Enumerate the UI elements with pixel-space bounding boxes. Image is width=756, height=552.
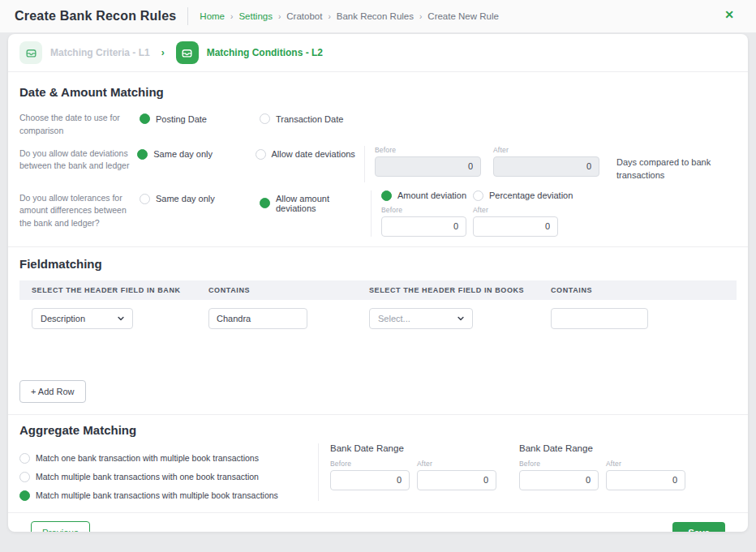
question-label: Do you allow date deviations between the…	[19, 146, 137, 173]
radio-transaction-date[interactable]: Transaction Date	[260, 110, 371, 124]
radio-label: Transaction Date	[276, 114, 343, 124]
question-label: Do you allow tolerances for amount diffe…	[19, 190, 140, 230]
radio-label: Same day only	[156, 194, 215, 203]
breadcrumb-cratobot[interactable]: Cratobot	[286, 11, 322, 21]
aggregate-matching-body: Match one bank transaction with multiple…	[19, 443, 737, 501]
radio-amount-deviation[interactable]: Amount deviation	[381, 190, 466, 201]
step-matching-criteria-l1[interactable]: Matching Criteria - L1	[19, 41, 150, 64]
amount-tolerance-after-input[interactable]	[473, 216, 558, 237]
section-divider	[8, 246, 748, 247]
bank-date-range-2: Bank Date Range Before After	[519, 443, 685, 501]
radio-same-day-only-amount[interactable]: Same day only	[140, 190, 260, 204]
date-deviation-before-input[interactable]	[375, 156, 481, 177]
fieldmatching-row: Description Select...	[19, 300, 737, 338]
after-label: After	[473, 206, 558, 214]
radio-multiple-bank-one-book[interactable]: Match multiple bank transactions with on…	[19, 472, 318, 482]
range1-after-input[interactable]	[417, 470, 496, 490]
breadcrumb-home[interactable]: Home	[200, 11, 225, 21]
save-button[interactable]: Save	[672, 522, 725, 533]
amount-tolerance-panel: Amount deviation Percentage deviation Be…	[371, 190, 737, 237]
aggregate-options: Match one bank transaction with multiple…	[19, 443, 318, 501]
after-label: After	[417, 460, 496, 468]
radio-percentage-deviation[interactable]: Percentage deviation	[473, 190, 573, 201]
range2-after-input[interactable]	[606, 470, 685, 490]
after-label: After	[493, 146, 599, 154]
radio-label: Allow date deviations	[272, 149, 355, 159]
books-contains-input[interactable]	[551, 308, 648, 329]
section-divider	[8, 414, 748, 415]
question-label: Choose the date to use for comparison	[19, 110, 140, 138]
radio-one-bank-multiple-books[interactable]: Match one bank transaction with multiple…	[19, 453, 318, 464]
radio-unselected-icon	[256, 149, 266, 160]
radio-label: Allow amount deviations	[276, 194, 371, 213]
days-compared-note: Days compared to bank transactions	[616, 146, 737, 182]
add-row-button[interactable]: + Add Row	[19, 380, 86, 403]
bank-field-select[interactable]: Description	[32, 308, 133, 329]
before-label: Before	[375, 146, 481, 154]
radio-selected-icon	[140, 113, 150, 124]
top-bar: Create Bank Recon Rules Home › Settings …	[0, 0, 756, 32]
radio-unselected-icon	[260, 113, 270, 124]
before-label: Before	[519, 460, 599, 468]
radio-label: Posting Date	[156, 114, 207, 124]
page-title: Create Bank Recon Rules	[15, 9, 176, 24]
date-deviation-after-input[interactable]	[493, 156, 599, 177]
radio-allow-amount-deviations[interactable]: Allow amount deviations	[260, 190, 371, 213]
radio-label: Percentage deviation	[489, 190, 573, 200]
range2-before-input[interactable]	[519, 470, 599, 490]
bank-date-ranges: Bank Date Range Before After Bank Date R	[318, 443, 737, 501]
after-field-group: After	[417, 460, 496, 490]
breadcrumb-create-new-rule: Create New Rule	[427, 11, 499, 21]
step-label: Matching Conditions - L2	[207, 47, 323, 58]
breadcrumb-settings[interactable]: Settings	[238, 11, 273, 21]
column-header-bank-field: SELECT THE HEADER FIELD IN BANK	[19, 286, 196, 294]
radio-label: Match multiple bank transactions with on…	[36, 472, 259, 481]
selected-value: Description	[41, 314, 85, 323]
bank-contains-input[interactable]	[208, 308, 307, 329]
close-icon[interactable]: ✕	[724, 9, 734, 20]
range-title: Bank Date Range	[330, 443, 496, 453]
chevron-right-icon: ›	[419, 12, 422, 21]
radio-same-day-only[interactable]: Same day only	[137, 146, 255, 160]
breadcrumb-bank-recon-rules[interactable]: Bank Recon Rules	[337, 11, 414, 21]
amount-tolerance-before-input[interactable]	[381, 216, 466, 237]
chevron-right-icon: ›	[161, 47, 165, 58]
section-title-fieldmatching: Fieldmatching	[19, 257, 737, 271]
radio-selected-icon	[137, 149, 148, 160]
radio-allow-date-deviations[interactable]: Allow date deviations	[256, 146, 364, 160]
chevron-right-icon: ›	[230, 12, 233, 21]
before-label: Before	[381, 206, 466, 214]
before-field-group: Before	[375, 146, 481, 182]
column-header-books-field: SELECT THE HEADER FIELD IN BOOKS	[357, 286, 539, 294]
radio-label: Match one bank transaction with multiple…	[36, 453, 259, 463]
column-header-contains-bank: CONTAINS	[196, 286, 357, 294]
question-date-deviation: Do you allow date deviations between the…	[19, 146, 737, 182]
chevron-down-icon	[457, 315, 465, 323]
step-label: Matching Criteria - L1	[50, 47, 150, 58]
books-field-select[interactable]: Select...	[369, 308, 473, 329]
step-matching-conditions-l2[interactable]: Matching Conditions - L2	[176, 41, 323, 64]
radio-unselected-icon	[140, 194, 150, 204]
question-date-choice: Choose the date to use for comparison Po…	[19, 110, 737, 138]
range-title: Bank Date Range	[519, 443, 685, 453]
date-deviation-panel: Before After Days compared to bank trans…	[364, 146, 737, 182]
section-title-date-amount-matching: Date & Amount Matching	[19, 85, 737, 99]
breadcrumb: Home › Settings › Cratobot › Bank Recon …	[200, 11, 499, 21]
chevron-right-icon: ›	[328, 12, 330, 21]
before-field-group: Before	[381, 206, 466, 237]
previous-button[interactable]: Previous	[31, 521, 90, 533]
form-content: Date & Amount Matching Choose the date t…	[8, 72, 748, 532]
radio-unselected-icon	[19, 453, 30, 464]
wallet-icon	[19, 41, 42, 64]
radio-multiple-bank-multiple-books[interactable]: Match multiple bank transactions with mu…	[19, 490, 318, 501]
stepper: Matching Criteria - L1 › Matching Condit…	[8, 34, 748, 72]
wallet-icon	[176, 41, 199, 64]
column-header-contains-books: CONTAINS	[539, 286, 737, 294]
bank-date-range-1: Bank Date Range Before After	[330, 443, 496, 501]
selected-value: Select...	[378, 314, 410, 323]
after-field-group: After	[473, 206, 558, 237]
radio-posting-date[interactable]: Posting Date	[140, 110, 260, 124]
section-title-aggregate-matching: Aggregate Matching	[19, 423, 737, 437]
chevron-down-icon	[117, 315, 125, 323]
range1-before-input[interactable]	[330, 470, 410, 490]
